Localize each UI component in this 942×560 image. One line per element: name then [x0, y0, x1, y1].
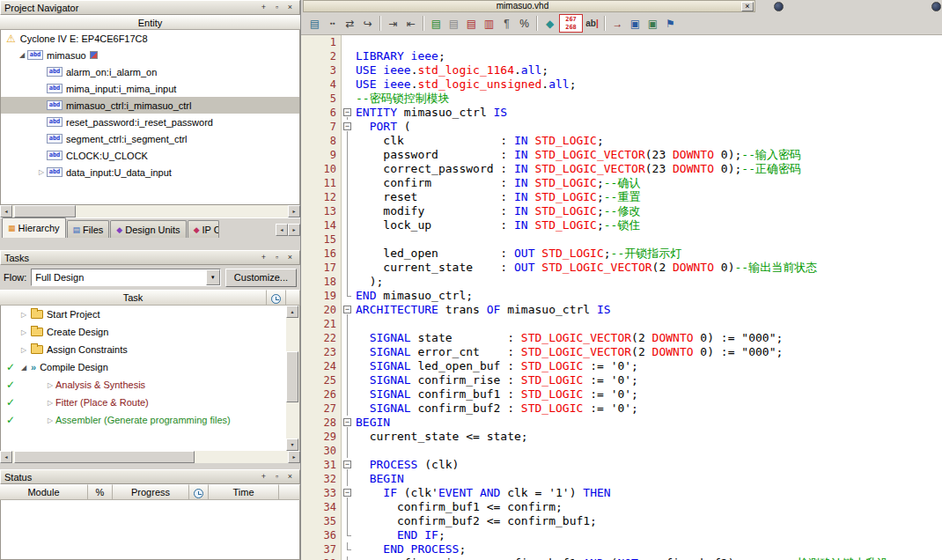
bookmark-icon[interactable]: ⚑	[662, 14, 679, 33]
code-line[interactable]: 3USE ieee.std_logic_1164.all;	[301, 63, 942, 77]
time-column-header[interactable]	[267, 290, 286, 306]
fold-toggle-icon[interactable]: −	[342, 303, 353, 317]
scrollbar-thumb[interactable]	[14, 451, 195, 463]
line-number[interactable]: 6	[301, 106, 342, 120]
fold-toggle-icon[interactable]: −	[342, 486, 353, 500]
code-line[interactable]: 19END mimasuo_ctrl;	[301, 289, 942, 303]
tab-design-units[interactable]: ◆ Design Units	[110, 220, 186, 238]
fold-toggle-icon[interactable]: −	[342, 120, 353, 134]
line-number[interactable]: 16	[301, 247, 342, 261]
scroll-left-icon[interactable]: ◂	[0, 205, 12, 217]
code-line[interactable]: 15	[301, 232, 942, 247]
line-number[interactable]: 14	[301, 218, 342, 232]
line-number[interactable]: 27	[301, 402, 342, 416]
collapse-arrow-icon[interactable]: ◢	[18, 364, 29, 372]
task-row[interactable]: ▷ Analysis & Synthesis	[1, 376, 299, 394]
task-row[interactable]: ▷ Assembler (Generate programming files)	[1, 411, 299, 429]
line-number[interactable]: 36	[301, 528, 342, 542]
line-number[interactable]: 15	[301, 232, 342, 247]
line-number[interactable]: 11	[301, 176, 342, 190]
fold-toggle-icon[interactable]: −	[342, 458, 353, 472]
code-line[interactable]: 18 );	[301, 275, 942, 289]
line-number[interactable]: 33	[301, 486, 342, 500]
close-icon[interactable]: ×	[741, 2, 754, 11]
line-number[interactable]: 30	[301, 444, 342, 458]
percent-icon[interactable]: %	[516, 14, 533, 33]
task-row-compile-design[interactable]: ◢ » Compile Design	[1, 358, 299, 376]
code-line[interactable]: 35 confirm_buf2 <= confirm_buf1;	[301, 514, 942, 528]
line-number[interactable]: 37	[301, 542, 342, 556]
close-icon[interactable]: ×	[284, 253, 296, 263]
line-number[interactable]: 35	[301, 514, 342, 528]
tab-ip-components[interactable]: ◆ IP C	[188, 220, 219, 238]
expand-arrow-icon[interactable]: ▷	[18, 328, 29, 336]
code-line[interactable]: 16 led_open : OUT STD_LOGIC;--开锁指示灯	[301, 247, 942, 261]
insert-template-icon[interactable]: ▣	[644, 14, 661, 33]
code-line[interactable]: 26 SIGNAL confirm_buf1 : STD_LOGIC := '0…	[301, 387, 942, 402]
code-line[interactable]: 14 lock_up : IN STD_LOGIC;--锁住	[301, 218, 942, 232]
customize-button[interactable]: Customize...	[225, 269, 297, 287]
code-line[interactable]: 32 BEGIN	[301, 472, 942, 486]
goto-line-icon[interactable]: ↪	[359, 14, 376, 33]
scrollbar-track[interactable]	[286, 318, 299, 438]
line-number[interactable]: 32	[301, 472, 342, 486]
expand-arrow-icon[interactable]: ▷	[45, 416, 55, 424]
progress-column-header[interactable]: Progress	[113, 484, 189, 500]
line-number[interactable]: 13	[301, 204, 342, 218]
expand-arrow-icon[interactable]: ▷	[36, 168, 47, 176]
code-line[interactable]: 27 SIGNAL confirm_buf2 : STD_LOGIC := '0…	[301, 402, 942, 416]
code-line[interactable]: 10 correct_password : IN STD_LOGIC_VECTO…	[301, 162, 942, 176]
line-number[interactable]: 21	[301, 317, 342, 331]
scrollbar-thumb[interactable]	[286, 351, 298, 402]
line-number[interactable]: 10	[301, 162, 342, 176]
line-number[interactable]: 7	[301, 120, 342, 134]
task-row[interactable]: ▷ Fitter (Place & Route)	[1, 394, 299, 411]
float-icon[interactable]: ▫	[271, 3, 283, 13]
line-number[interactable]: 31	[301, 458, 342, 472]
find-icon[interactable]: ●●	[324, 14, 341, 33]
line-numbers-icon[interactable]: 267268	[559, 14, 583, 33]
horizontal-scrollbar[interactable]: ◂ ▸	[0, 451, 300, 463]
indent-icon[interactable]: ⇥	[385, 14, 401, 33]
editor-titlebar[interactable]: mimasuo.vhd ×	[303, 0, 755, 12]
expand-arrow-icon[interactable]: ▷	[18, 311, 29, 319]
scrollbar-track[interactable]	[12, 205, 288, 217]
line-number[interactable]: 17	[301, 261, 342, 275]
line-number[interactable]: 3	[301, 63, 342, 77]
tree-row-top-entity[interactable]: ◢ abd mimasuo	[1, 47, 299, 63]
code-line[interactable]: 5--密码锁控制模块	[301, 92, 942, 106]
percent-column-header[interactable]: %	[88, 484, 113, 500]
vertical-scrollbar[interactable]: ▴ ▾	[286, 306, 299, 451]
pin-icon[interactable]: +	[258, 3, 269, 13]
project-navigator-titlebar[interactable]: Project Navigator + ▫ ×	[0, 0, 300, 15]
tab-scroll-left-icon[interactable]: ◂	[276, 224, 288, 236]
edit-document-icon[interactable]: ▤	[306, 14, 323, 33]
tree-row-instance[interactable]: abd segment_ctrl:i_segment_ctrl	[1, 130, 299, 147]
entity-column-header[interactable]: Entity	[0, 15, 300, 30]
line-number[interactable]: 5	[301, 92, 342, 106]
dropdown-arrow-icon[interactable]: ▾	[206, 269, 220, 285]
line-number[interactable]: 28	[301, 416, 342, 430]
time-icon-column-header[interactable]	[189, 484, 209, 500]
line-number[interactable]: 34	[301, 500, 342, 514]
float-icon[interactable]: ▫	[271, 472, 283, 483]
tab-scroll-right-icon[interactable]: ▸	[288, 224, 300, 236]
code-line[interactable]: 7− PORT (	[301, 120, 942, 134]
code-line[interactable]: 1	[301, 35, 942, 49]
window-icon[interactable]	[774, 2, 784, 11]
code-line[interactable]: 4USE ieee.std_logic_unsigned.all;	[301, 77, 942, 92]
code-line[interactable]: 13 modify : IN STD_LOGIC;--修改	[301, 204, 942, 218]
line-number[interactable]: 20	[301, 303, 342, 317]
code-line[interactable]: 36 END IF;	[301, 528, 942, 542]
line-number[interactable]: 4	[301, 77, 342, 92]
tree-row-instance[interactable]: ▷ abd data_input:U_data_input	[1, 164, 299, 181]
code-line[interactable]: 8 clk : IN STD_LOGIC;	[301, 134, 942, 148]
code-line[interactable]: 6−ENTITY mimasuo_ctrl IS	[301, 106, 942, 120]
code-line[interactable]: 11 confirm : IN STD_LOGIC;--确认	[301, 176, 942, 190]
code-line[interactable]: 34 confirm_buf1 <= confirm;	[301, 500, 942, 514]
close-icon[interactable]: ×	[284, 3, 296, 13]
find-replace-icon[interactable]: ⇄	[342, 14, 358, 33]
outdent-icon[interactable]: ⇤	[402, 14, 419, 33]
tasks-titlebar[interactable]: Tasks + ▫ ×	[0, 250, 300, 265]
tab-hierarchy[interactable]: ▦ Hierarchy	[2, 217, 66, 238]
